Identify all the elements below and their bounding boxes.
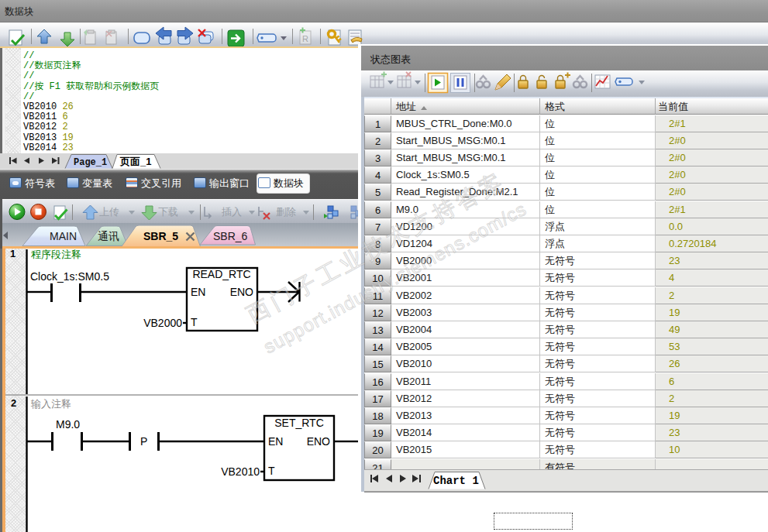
svg-text:ENO: ENO [307,435,330,448]
svg-text:VB2000: VB2000 [143,317,182,329]
svg-text:READ_RTC: READ_RTC [192,268,250,280]
svg-text:上传: 上传 [99,206,119,218]
svg-text:T: T [191,316,198,328]
svg-text:Clock_1s:SM0.5: Clock_1s:SM0.5 [30,270,109,283]
svg-text:Page_1: Page_1 [74,157,107,168]
svg-text:EN: EN [268,435,283,448]
svg-text:Chart 1: Chart 1 [433,475,479,487]
svg-text:删除: 删除 [276,206,296,218]
svg-text:2: 2 [11,397,16,409]
svg-text:输入注释: 输入注释 [30,398,71,410]
svg-text:程序段注释: 程序段注释 [31,249,81,260]
svg-text:SBR_5: SBR_5 [143,230,178,242]
svg-text:1: 1 [10,249,15,259]
svg-text:T: T [268,465,275,477]
svg-text:下载: 下载 [158,206,178,218]
svg-text:MAIN: MAIN [50,230,77,242]
svg-text:通讯: 通讯 [98,230,119,242]
svg-text:插入: 插入 [221,206,242,218]
svg-text:页面_1: 页面_1 [119,156,151,167]
svg-text:R: R [302,34,308,43]
svg-text:M9.0: M9.0 [56,418,80,431]
svg-text:EN: EN [191,286,205,298]
svg-text:SET_RTC: SET_RTC [274,417,324,429]
svg-text:SBR_6: SBR_6 [213,230,248,242]
svg-text:VB2010: VB2010 [221,465,260,478]
svg-text:P: P [140,435,147,448]
svg-text:ENO: ENO [230,286,253,298]
